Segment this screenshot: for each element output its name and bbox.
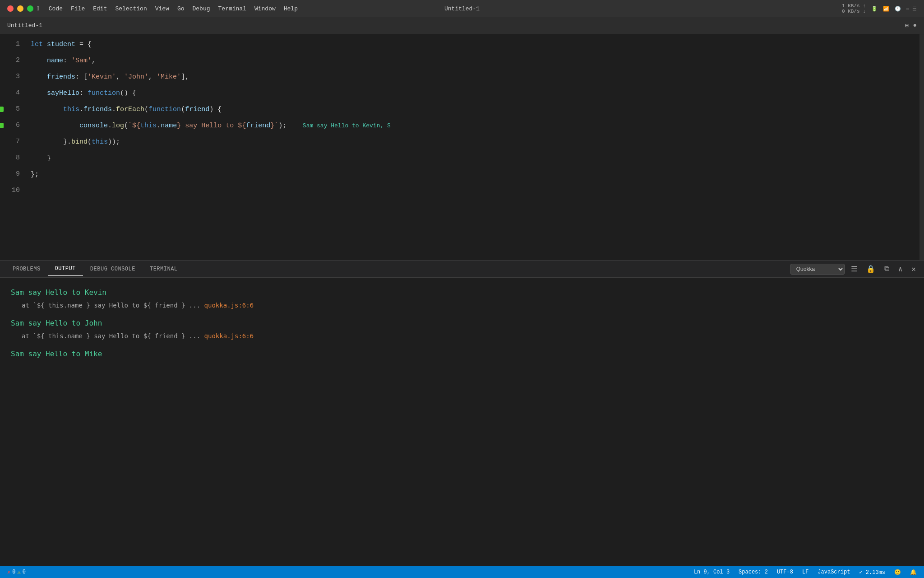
tab-problems[interactable]: PROBLEMS — [5, 262, 48, 276]
output-main-1: Sam say Hello to Kevin — [11, 287, 913, 298]
code-line-4: sayHello: function() { — [27, 85, 919, 101]
titlebar-right: 1 KB/s ↑0 KB/s ↓ 🔋 📶 🕐 ⋯ ☰ — [842, 3, 917, 14]
gutter-9: 9 — [0, 166, 20, 182]
menu-file[interactable]: File — [71, 5, 85, 12]
output-entry-3: Sam say Hello to Mike — [11, 348, 913, 360]
menu-window[interactable]: Window — [254, 5, 276, 12]
output-at-text-1: at `${ this.name } say Hello to ${ frien… — [22, 302, 204, 309]
encoding-indicator[interactable]: UTF-8 — [777, 569, 793, 575]
gutter-2: 2 — [0, 52, 20, 69]
line-numbers: 1 2 3 4 5 6 7 8 9 10 — [0, 34, 27, 260]
menu-go[interactable]: Go — [177, 5, 185, 12]
gutter-1: 1 — [0, 36, 20, 52]
editor-area: 1 2 3 4 5 6 7 8 9 10 let student = { nam… — [0, 34, 924, 260]
editor-scrollbar[interactable] — [919, 34, 924, 260]
minimize-button[interactable] — [17, 5, 23, 12]
code-line-10 — [27, 182, 919, 199]
gutter-3: 3 — [0, 69, 20, 85]
battery-icon: 🔋 — [871, 6, 878, 12]
tab-debug-console[interactable]: DEBUG CONSOLE — [83, 262, 143, 276]
code-line-8: } — [27, 150, 919, 166]
code-line-2: name: 'Sam', — [27, 52, 919, 69]
gutter-10: 10 — [0, 182, 20, 199]
output-content: Sam say Hello to Kevin at `${ this.name … — [0, 278, 924, 566]
gutter-4: 4 — [0, 85, 20, 101]
output-source-select[interactable]: Quokka — [790, 264, 845, 275]
status-left: ✗ 0 ⚠ 0 — [7, 569, 26, 576]
tab-output[interactable]: OUTPUT — [48, 262, 83, 276]
code-line-6: console.log(`${this.name} say Hello to $… — [27, 117, 919, 134]
error-number: 0 — [12, 569, 15, 575]
titlebar-left:  Code File Edit Selection View Go Debug… — [7, 5, 298, 12]
copy-output-icon[interactable]: ⧉ — [882, 264, 892, 274]
gutter-7: 7 — [0, 134, 20, 150]
output-main-3: Sam say Hello to Mike — [11, 348, 913, 360]
gutter-5: 5 — [0, 101, 20, 117]
lock-scroll-icon[interactable]: 🔒 — [864, 264, 878, 275]
eol-indicator[interactable]: LF — [802, 569, 808, 575]
split-editor-icon[interactable]: ⊟ — [905, 22, 908, 29]
menu-view[interactable]: View — [155, 5, 169, 12]
gutter-8: 8 — [0, 150, 20, 166]
close-button[interactable] — [7, 5, 14, 12]
dot-icon: ● — [913, 22, 917, 29]
network-status: 1 KB/s ↑0 KB/s ↓ — [842, 3, 866, 14]
error-icon: ✗ — [7, 569, 10, 576]
panel-tab-actions: Quokka ☰ 🔒 ⧉ ∧ ✕ — [790, 264, 924, 275]
menu-edit[interactable]: Edit — [93, 5, 107, 12]
output-link-1[interactable]: quokka.js:6:6 — [204, 302, 254, 309]
menu-code[interactable]: Code — [49, 5, 63, 12]
output-link-2[interactable]: quokka.js:6:6 — [204, 332, 254, 340]
close-panel-icon[interactable]: ✕ — [909, 264, 919, 275]
code-line-9: }; — [27, 166, 919, 182]
maximize-button[interactable] — [27, 5, 33, 12]
warning-icon: ⚠ — [17, 569, 20, 576]
menu-apple[interactable]:  — [37, 5, 41, 12]
menu-terminal[interactable]: Terminal — [218, 5, 246, 12]
code-line-5: this.friends.forEach(function(friend) { — [27, 101, 919, 117]
error-count[interactable]: ✗ 0 ⚠ 0 — [7, 569, 26, 576]
output-at-1: at `${ this.name } say Hello to ${ frien… — [11, 300, 913, 310]
wifi-icon: 📶 — [883, 6, 889, 12]
code-line-7: }.bind(this)); — [27, 134, 919, 150]
menu-help[interactable]: Help — [284, 5, 298, 12]
output-at-2: at `${ this.name } say Hello to ${ frien… — [11, 331, 913, 341]
bell-icon: 🔔 — [910, 569, 917, 576]
code-editor[interactable]: let student = { name: 'Sam', friends: ['… — [27, 34, 919, 260]
smiley-icon: 🙂 — [894, 569, 901, 576]
titlebar:  Code File Edit Selection View Go Debug… — [0, 0, 924, 17]
tab-bar: Untitled-1 ⊟ ● — [0, 17, 924, 34]
tab-terminal[interactable]: TERMINAL — [143, 262, 185, 276]
clock-icon: 🕐 — [895, 6, 901, 12]
window-title: Untitled-1 — [444, 5, 480, 12]
output-main-2: Sam say Hello to John — [11, 317, 913, 329]
panel: PROBLEMS OUTPUT DEBUG CONSOLE TERMINAL Q… — [0, 260, 924, 566]
active-tab[interactable]: Untitled-1 — [7, 22, 42, 29]
spaces-indicator[interactable]: Spaces: 2 — [739, 569, 768, 575]
code-line-3: friends: ['Kevin', 'John', 'Mike'], — [27, 69, 919, 85]
output-entry-1: Sam say Hello to Kevin at `${ this.name … — [11, 287, 913, 310]
menu-extras: ⋯ ☰ — [906, 6, 917, 12]
menu-selection[interactable]: Selection — [115, 5, 147, 12]
output-entry-2: Sam say Hello to John at `${ this.name }… — [11, 317, 913, 341]
menu-bar:  Code File Edit Selection View Go Debug… — [37, 5, 298, 12]
status-right: Ln 9, Col 3 Spaces: 2 UTF-8 LF JavaScrip… — [694, 569, 917, 576]
timing-indicator: ✓ 2.13ms — [859, 569, 885, 576]
clear-output-button[interactable]: ☰ — [848, 264, 860, 275]
scroll-up-icon[interactable]: ∧ — [896, 264, 906, 275]
warning-number: 0 — [23, 569, 26, 575]
cursor-position[interactable]: Ln 9, Col 3 — [694, 569, 730, 575]
menu-debug[interactable]: Debug — [193, 5, 210, 12]
panel-tab-bar: PROBLEMS OUTPUT DEBUG CONSOLE TERMINAL Q… — [0, 261, 924, 278]
code-line-1: let student = { — [27, 36, 919, 52]
output-at-text-2: at `${ this.name } say Hello to ${ frien… — [22, 332, 204, 340]
language-indicator[interactable]: JavaScript — [818, 569, 850, 575]
gutter-6: 6 — [0, 117, 20, 134]
tab-icons: ⊟ ● — [905, 22, 917, 29]
status-bar: ✗ 0 ⚠ 0 Ln 9, Col 3 Spaces: 2 UTF-8 LF J… — [0, 566, 924, 578]
